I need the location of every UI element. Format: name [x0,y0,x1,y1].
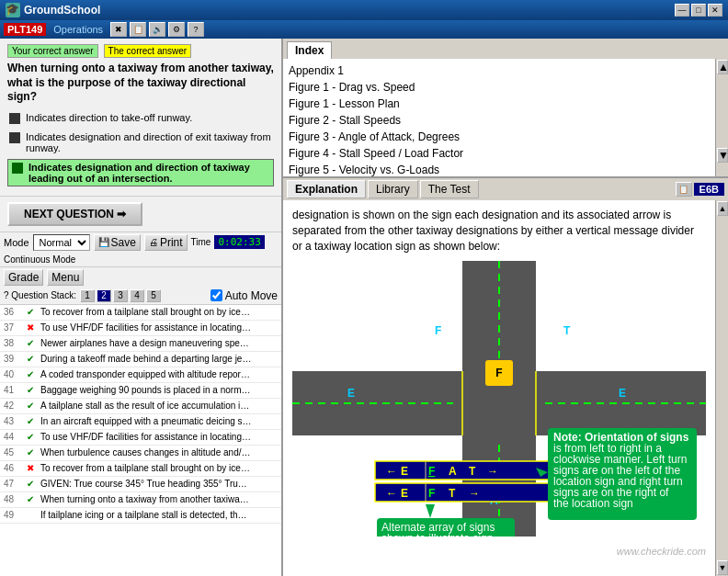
explanation-tabs-bar: Explanation Library The Test 📋 E6B [283,178,728,200]
index-item[interactable]: Figure 4 - Stall Speed / Load Factor [289,145,710,162]
maximize-button[interactable]: □ [691,4,706,17]
exp-scrollbar[interactable]: ▲ ▼ [715,200,728,576]
correct-icon: ✔ [24,337,37,350]
save-button[interactable]: 💾 Save [94,234,141,251]
grade-button[interactable]: Grade [4,269,43,286]
minimize-button[interactable]: — [675,4,689,17]
q-text: To recover from a tailplane stall brough… [40,463,252,473]
svg-text:the location sign: the location sign [553,497,633,510]
diagram-container: F T E E A F [292,261,706,541]
list-item[interactable]: 40 ✔ A coded transponder equipped with a… [0,367,281,383]
mode-select[interactable]: Normal [33,234,90,251]
list-item[interactable]: 41 ✔ Baggage weighing 90 pounds is place… [0,383,281,399]
toolbar-btn-4[interactable]: ⚙ [168,22,185,37]
correct-answer-label: The correct answer [104,44,192,58]
index-item[interactable]: Figure 5 - Velocity vs. G-Loads [289,162,710,176]
index-tab[interactable]: Index [287,41,332,59]
list-item[interactable]: 43 ✔ In an aircraft equipped with a pneu… [0,414,281,430]
scroll-up-btn[interactable]: ▲ [717,60,728,74]
auto-move-checkbox[interactable] [210,289,222,301]
q-text: Newer airplanes have a design maneuverin… [40,338,252,348]
toolbar-btn-3[interactable]: 🔊 [149,22,165,37]
toolbar-btn-2[interactable]: 📋 [130,22,146,37]
none-icon [24,509,37,522]
save-label: Save [111,236,136,249]
svg-text:E: E [347,387,355,400]
option-bullet-a [9,113,20,124]
tab-the-test-label: The Test [428,183,471,196]
correct-icon: ✔ [24,400,37,412]
list-item[interactable]: 48 ✔ When turning onto a taxiway from an… [0,492,281,508]
option-c[interactable]: Indicates designation and direction of t… [7,159,274,186]
q-text: During a takeoff made behind a departing… [40,354,252,364]
app-icon: 🎓 [6,3,20,17]
next-btn-area: NEXT QUESTION ➡ [0,197,281,232]
q-num: 45 [4,447,24,457]
q-text: To recover from a tailplane stall brough… [40,307,252,317]
index-container: Index Appendix 1 Figure 1 - Drag vs. Spe… [283,39,728,176]
svg-text:F: F [428,465,435,478]
svg-text:E: E [619,387,626,400]
q-num: 49 [4,510,24,520]
second-controls-bar: Grade Menu [0,267,281,288]
q-num: 39 [4,354,24,364]
e6b-badge[interactable]: E6B [694,183,724,196]
qstack-2[interactable]: 2 [97,289,111,302]
list-item[interactable]: 37 ✖ To use VHF/DF facilities for assist… [0,321,281,336]
list-item[interactable]: 42 ✔ A tailplane stall as the result of … [0,399,281,414]
print-button[interactable]: 🖨 Print [144,234,188,251]
scroll-down-btn[interactable]: ▼ [717,148,728,163]
wrong-icon: ✖ [24,462,37,475]
exp-scroll-up[interactable]: ▲ [717,201,728,216]
continuous-label: Continuous Mode [4,254,75,265]
time-display: 0:02:33 [214,235,264,249]
index-content: Appendix 1 Figure 1 - Drag vs. Speed Fig… [283,59,715,176]
index-item[interactable]: Figure 2 - Stall Speeds [289,112,710,129]
list-item[interactable]: 49 If tailplane icing or a tailplane sta… [0,508,281,524]
q-num: 44 [4,432,24,442]
list-item[interactable]: 47 ✔ GIVEN: True course 345° True headin… [0,477,281,492]
qstack-5[interactable]: 5 [146,289,161,302]
tab-library[interactable]: Library [368,180,418,198]
answer-area: Your correct answer The correct answer W… [0,39,281,197]
list-item[interactable]: 45 ✔ When turbulence causes changes in a… [0,446,281,461]
q-num: 40 [4,369,24,379]
option-a[interactable]: Indicates direction to take-off runway. [7,110,274,126]
q-text: Baggage weighing 90 pounds is placed in … [40,385,252,395]
list-item[interactable]: 36 ✔ To recover from a tailplane stall b… [0,305,281,321]
tab-the-test[interactable]: The Test [420,180,479,198]
option-bullet-b [9,132,20,143]
qstack-4[interactable]: 4 [130,289,144,302]
option-b[interactable]: Indicates designation and direction of e… [7,130,274,155]
correct-icon: ✔ [24,493,37,506]
question-list[interactable]: 36 ✔ To recover from a tailplane stall b… [0,304,281,576]
list-item[interactable]: 44 ✔ To use VHF/DF facilities for assist… [0,430,281,446]
index-scrollbar[interactable]: ▲ ▼ [715,59,728,176]
option-bullet-c [12,163,23,174]
question-text: When turning onto a taxiway from another… [7,62,274,105]
save-icon: 💾 [98,237,109,247]
list-item[interactable]: 38 ✔ Newer airplanes have a design maneu… [0,336,281,352]
close-button[interactable]: ✕ [708,4,722,17]
exp-scroll-down[interactable]: ▼ [717,560,728,575]
list-item[interactable]: 46 ✖ To recover from a tailplane stall b… [0,461,281,477]
q-text: A coded transponder equipped with altitu… [40,369,252,379]
window-controls: — □ ✕ [675,4,722,17]
index-item[interactable]: Figure 3 - Angle of Attack, Degrees [289,129,710,145]
svg-text:→: → [469,487,480,500]
toolbar-btn-5[interactable]: ? [188,22,204,37]
svg-text:A: A [449,465,457,478]
tab-explanation[interactable]: Explanation [287,180,366,198]
q-num: 46 [4,463,24,473]
copy-icon[interactable]: 📋 [676,182,692,197]
qstack-1[interactable]: 1 [80,289,95,302]
index-item[interactable]: Figure 1 - Drag vs. Speed [289,79,710,96]
next-question-button[interactable]: NEXT QUESTION ➡ [7,202,142,226]
svg-text:→: → [487,465,498,478]
index-item[interactable]: Figure 1 - Lesson Plan [289,96,710,112]
toolbar-btn-1[interactable]: ✖ [110,22,127,37]
list-item[interactable]: 39 ✔ During a takeoff made behind a depa… [0,352,281,367]
qstack-3[interactable]: 3 [113,289,128,302]
menu-button[interactable]: Menu [47,269,84,286]
mode-label: Mode [4,237,29,248]
